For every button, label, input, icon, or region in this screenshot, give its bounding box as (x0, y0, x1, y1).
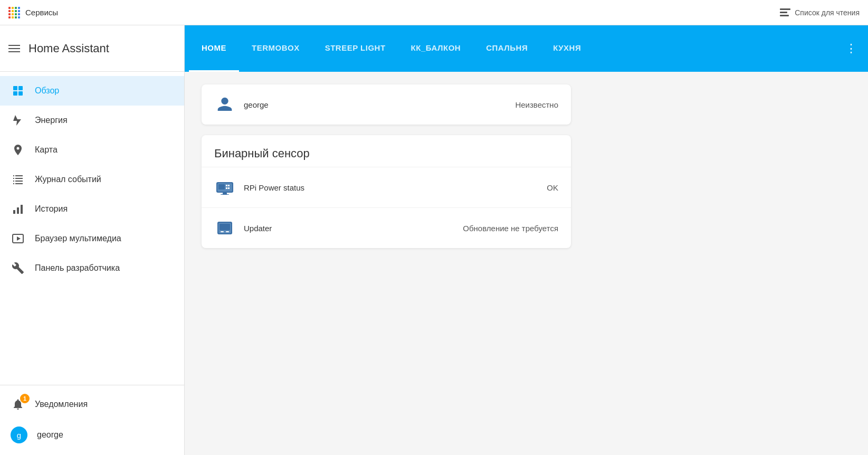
overview-icon (11, 83, 25, 98)
svg-rect-18 (17, 207, 19, 214)
tab-bar: HOME TERMOBOX STREEP LIGHT КК_БАЛКОН СПА… (185, 25, 868, 72)
updater-value: Обновление не требуется (463, 224, 558, 233)
sidebar-item-log-label: Журнал событий (35, 175, 101, 184)
person-card: george Неизвестно (202, 84, 571, 125)
tab-home[interactable]: HOME (189, 25, 239, 72)
tab-kuhnya[interactable]: КУХНЯ (540, 25, 594, 72)
media-icon (11, 231, 25, 246)
svg-rect-30 (221, 194, 229, 195)
content-area: HOME TERMOBOX STREEP LIGHT КК_БАЛКОН СПА… (185, 25, 868, 455)
top-bar-right: Список для чтения (780, 8, 860, 17)
tab-streep-light[interactable]: STREEP LIGHT (312, 25, 398, 72)
svg-rect-5 (13, 91, 17, 96)
person-name: george (244, 100, 515, 109)
tab-spalnya[interactable]: СПАЛЬНЯ (473, 25, 540, 72)
svg-rect-33 (220, 224, 230, 230)
person-icon (214, 94, 235, 115)
binary-sensor-title: Бинарный сенсор (202, 135, 571, 167)
sidebar-item-overview[interactable]: Обзор (0, 76, 184, 106)
svg-rect-3 (13, 86, 17, 90)
sidebar-notifications-label: Уведомления (35, 400, 88, 409)
reading-list-label[interactable]: Список для чтения (795, 8, 860, 17)
page-content: george Неизвестно Бинарный сенсор (185, 72, 868, 455)
more-icon: ⋮ (845, 42, 857, 55)
sidebar-app-title: Home Assistant (28, 42, 109, 55)
log-icon (11, 172, 25, 187)
sidebar-item-map[interactable]: Карта (0, 135, 184, 165)
person-row[interactable]: george Неизвестно (202, 84, 571, 125)
svg-rect-17 (13, 210, 15, 214)
top-bar-left: Сервисы (8, 7, 58, 18)
rpi-power-label: RPi Power status (244, 183, 547, 192)
sidebar-item-map-label: Карта (35, 145, 58, 155)
sidebar-bottom: 1 Уведомления g george (0, 385, 184, 455)
sidebar-item-history[interactable]: История (0, 194, 184, 224)
sidebar-item-media-label: Браузер мультимедиа (35, 234, 121, 243)
sidebar-item-media[interactable]: Браузер мультимедиа (0, 224, 184, 253)
apps-icon[interactable] (8, 7, 20, 18)
svg-rect-35 (226, 231, 229, 232)
tab-kk-balkon[interactable]: КК_БАЛКОН (398, 25, 474, 72)
svg-rect-28 (228, 187, 230, 189)
energy-icon (11, 113, 25, 128)
notification-icon: 1 (11, 397, 25, 412)
svg-rect-27 (226, 187, 227, 189)
sidebar: Home Assistant Обзор (0, 25, 185, 455)
svg-rect-34 (221, 231, 224, 232)
user-avatar: g (11, 426, 27, 443)
svg-rect-16 (15, 183, 23, 184)
notification-badge: 1 (20, 394, 30, 403)
sidebar-user-label: george (37, 430, 63, 440)
svg-rect-25 (226, 185, 227, 186)
svg-rect-6 (18, 91, 23, 96)
sidebar-item-notifications[interactable]: 1 Уведомления (0, 390, 184, 419)
svg-rect-15 (13, 183, 14, 184)
svg-rect-19 (21, 205, 23, 214)
updater-label: Updater (244, 224, 463, 233)
sidebar-item-energy[interactable]: Энергия (0, 106, 184, 135)
svg-point-8 (17, 147, 20, 150)
reading-list-icon[interactable] (780, 8, 790, 17)
sidebar-item-log[interactable]: Журнал событий (0, 165, 184, 194)
binary-sensor-card: Бинарный сенсор (202, 135, 571, 248)
svg-rect-10 (15, 175, 23, 176)
top-bar-title: Сервисы (25, 8, 58, 17)
sidebar-nav: Обзор Энергия (0, 72, 184, 385)
svg-rect-11 (13, 178, 14, 179)
map-icon (11, 143, 25, 157)
svg-rect-0 (780, 8, 790, 10)
updater-icon (214, 217, 235, 239)
sidebar-item-dev-label: Панель разработчика (35, 263, 120, 273)
svg-rect-13 (13, 181, 14, 182)
tab-more-button[interactable]: ⋮ (838, 36, 864, 61)
svg-rect-24 (218, 184, 225, 189)
svg-rect-12 (15, 178, 23, 179)
sidebar-item-dev[interactable]: Панель разработчика (0, 253, 184, 283)
rpi-power-row[interactable]: RPi Power status OK (202, 167, 571, 208)
svg-rect-26 (228, 185, 230, 186)
menu-toggle-button[interactable] (8, 45, 20, 52)
sidebar-item-history-label: История (35, 204, 68, 214)
svg-rect-9 (13, 175, 14, 176)
rpi-power-value: OK (547, 183, 558, 192)
svg-rect-4 (18, 86, 23, 90)
sidebar-header: Home Assistant (0, 25, 184, 72)
person-status: Неизвестно (515, 100, 558, 109)
sidebar-item-user[interactable]: g george (0, 419, 184, 451)
rpi-power-icon (214, 177, 235, 198)
dev-icon (11, 261, 25, 276)
svg-rect-14 (15, 181, 23, 182)
tab-termobox[interactable]: TERMOBOX (239, 25, 312, 72)
main-layout: Home Assistant Обзор (0, 25, 868, 455)
svg-marker-21 (17, 236, 21, 241)
sidebar-item-energy-label: Энергия (35, 116, 68, 125)
svg-rect-1 (780, 12, 787, 13)
history-icon (11, 202, 25, 216)
svg-rect-2 (780, 15, 789, 16)
top-bar: Сервисы Список для чтения (0, 0, 868, 25)
sidebar-item-overview-label: Обзор (35, 86, 59, 96)
updater-row[interactable]: Updater Обновление не требуется (202, 208, 571, 248)
